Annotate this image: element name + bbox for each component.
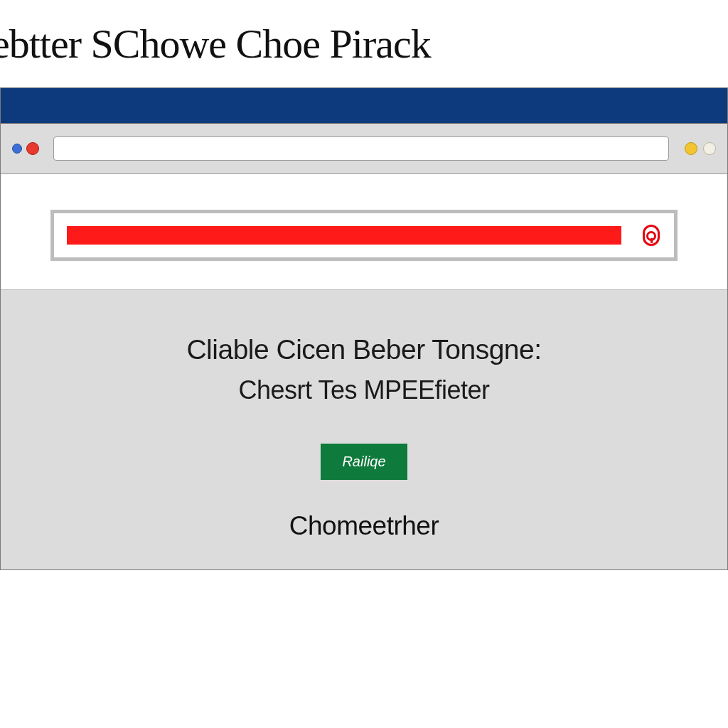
content-heading-line1: Cliable Cicen Beber Tonsgne: [29, 334, 699, 365]
content-footer-text: Chomeetrher [29, 511, 699, 541]
primary-action-button[interactable]: Railiqe [321, 444, 407, 480]
content-upper [1, 174, 727, 290]
window-control-dot-red[interactable] [26, 142, 39, 155]
window-controls-left [12, 142, 39, 155]
content-lower: Cliable Cicen Beber Tonsgne: Chesrt Tes … [1, 290, 727, 569]
window-control-dot-grey[interactable] [703, 142, 716, 155]
window-control-dot-blue[interactable] [12, 144, 22, 154]
browser-toolbar [1, 124, 727, 174]
search-input-filled[interactable] [67, 226, 621, 245]
browser-header-bar [1, 88, 727, 124]
window-control-dot-yellow[interactable] [685, 142, 697, 155]
search-field-frame [50, 210, 678, 261]
address-bar[interactable] [53, 136, 669, 161]
content-heading-line2: Chesrt Tes MPEEfieter [29, 375, 699, 405]
lock-icon [641, 223, 661, 247]
page-title: ebtter SChowe Choe Pirack [0, 0, 728, 87]
browser-window: Cliable Cicen Beber Tonsgne: Chesrt Tes … [0, 87, 728, 570]
window-controls-right [685, 142, 716, 155]
